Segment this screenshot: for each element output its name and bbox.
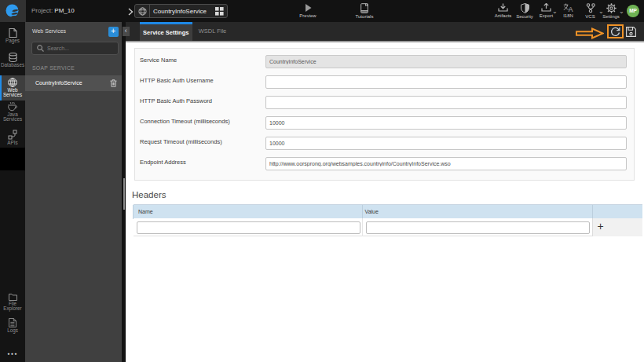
svg-text:A: A (568, 5, 573, 13)
